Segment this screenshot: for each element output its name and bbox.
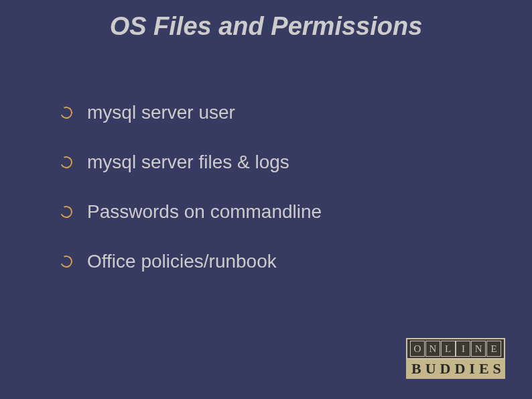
logo-letter: L (441, 341, 456, 357)
bullet-icon (58, 204, 74, 219)
logo-letter: I (456, 341, 470, 357)
slide-title: OS Files and Permissions (0, 12, 532, 41)
logo-letter: N (425, 341, 440, 357)
bullet-item: mysql server files & logs (60, 152, 492, 173)
bullet-item: Passwords on commandline (60, 201, 492, 223)
bullet-icon (58, 105, 74, 120)
logo-top-row: O N L I N E (406, 338, 505, 359)
slide: OS Files and Permissions mysql server us… (0, 0, 532, 399)
bullet-list: mysql server user mysql server files & l… (60, 102, 492, 300)
bullet-item: mysql server user (60, 102, 492, 123)
logo-letter: E (486, 341, 501, 357)
logo-bottom-row: BUDDIES (406, 359, 505, 379)
logo: O N L I N E BUDDIES (406, 338, 505, 379)
bullet-item: Office policies/runbook (60, 251, 492, 272)
bullet-icon (58, 253, 74, 269)
bullet-text: Office policies/runbook (87, 251, 277, 272)
bullet-text: mysql server user (87, 102, 235, 123)
bullet-text: Passwords on commandline (87, 201, 322, 223)
bullet-icon (58, 154, 74, 170)
bullet-text: mysql server files & logs (87, 152, 289, 173)
logo-letter: O (410, 341, 425, 357)
logo-letter: N (471, 341, 486, 357)
